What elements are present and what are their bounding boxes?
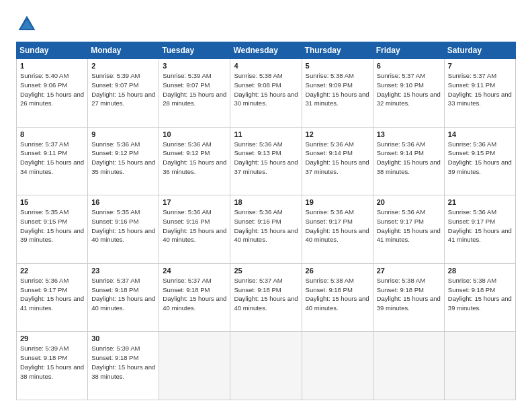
sunset-label: Sunset: 9:18 PM [377, 286, 424, 293]
day-cell-17: 17 Sunrise: 5:36 AM Sunset: 9:16 PM Dayl… [159, 195, 230, 264]
day-cell-5: 5 Sunrise: 5:38 AM Sunset: 9:09 PM Dayli… [302, 59, 373, 128]
day-number: 16 [91, 198, 155, 206]
sunset-label: Sunset: 9:11 PM [20, 149, 67, 156]
sunset-label: Sunset: 9:18 PM [306, 286, 353, 293]
daylight-label: Daylight: 15 hours and 34 minutes. [20, 158, 84, 175]
weekday-header-friday: Friday [373, 42, 444, 59]
weekday-header-sunday: Sunday [17, 42, 88, 59]
daylight-label: Daylight: 15 hours and 40 minutes. [91, 227, 155, 244]
sunset-label: Sunset: 9:06 PM [20, 81, 67, 89]
day-info: Sunrise: 5:37 AM Sunset: 9:18 PM Dayligh… [234, 276, 298, 313]
day-cell-23: 23 Sunrise: 5:37 AM Sunset: 9:18 PM Dayl… [88, 263, 159, 332]
sunrise-label: Sunrise: 5:36 AM [163, 140, 211, 148]
daylight-label: Daylight: 15 hours and 33 minutes. [448, 91, 512, 107]
sunrise-label: Sunrise: 5:40 AM [20, 72, 69, 79]
sunrise-label: Sunrise: 5:37 AM [377, 72, 425, 79]
day-info: Sunrise: 5:36 AM Sunset: 9:14 PM Dayligh… [306, 140, 369, 177]
day-cell-20: 20 Sunrise: 5:36 AM Sunset: 9:17 PM Dayl… [373, 195, 444, 264]
sunrise-label: Sunrise: 5:39 AM [91, 72, 140, 79]
day-cell-19: 19 Sunrise: 5:36 AM Sunset: 9:17 PM Dayl… [302, 195, 373, 264]
day-cell-26: 26 Sunrise: 5:38 AM Sunset: 9:18 PM Dayl… [302, 263, 373, 332]
day-info: Sunrise: 5:36 AM Sunset: 9:17 PM Dayligh… [377, 208, 441, 244]
sunrise-label: Sunrise: 5:35 AM [91, 208, 140, 216]
day-number: 28 [448, 267, 512, 275]
day-info: Sunrise: 5:37 AM Sunset: 9:11 PM Dayligh… [448, 71, 512, 108]
day-number: 30 [91, 334, 155, 342]
day-info: Sunrise: 5:39 AM Sunset: 9:07 PM Dayligh… [91, 71, 155, 108]
day-cell-10: 10 Sunrise: 5:36 AM Sunset: 9:12 PM Dayl… [159, 127, 230, 195]
calendar: SundayMondayTuesdayWednesdayThursdayFrid… [16, 42, 516, 400]
sunset-label: Sunset: 9:17 PM [20, 286, 67, 293]
day-info: Sunrise: 5:36 AM Sunset: 9:14 PM Dayligh… [377, 140, 441, 177]
sunset-label: Sunset: 9:18 PM [20, 354, 67, 361]
sunset-label: Sunset: 9:10 PM [377, 81, 424, 89]
sunrise-label: Sunrise: 5:39 AM [20, 345, 69, 352]
sunset-label: Sunset: 9:11 PM [448, 81, 495, 89]
sunset-label: Sunset: 9:18 PM [91, 286, 138, 293]
sunset-label: Sunset: 9:17 PM [306, 218, 353, 225]
day-info: Sunrise: 5:35 AM Sunset: 9:15 PM Dayligh… [20, 208, 84, 244]
sunrise-label: Sunrise: 5:35 AM [20, 208, 69, 216]
sunrise-label: Sunrise: 5:38 AM [377, 277, 425, 284]
day-info: Sunrise: 5:36 AM Sunset: 9:12 PM Dayligh… [91, 140, 155, 177]
day-cell-12: 12 Sunrise: 5:36 AM Sunset: 9:14 PM Dayl… [302, 127, 373, 195]
day-number: 3 [163, 62, 226, 70]
day-number: 1 [20, 62, 84, 70]
day-info: Sunrise: 5:36 AM Sunset: 9:16 PM Dayligh… [234, 208, 298, 244]
day-number: 29 [20, 334, 84, 342]
sunset-label: Sunset: 9:18 PM [91, 354, 138, 361]
empty-cell [373, 332, 444, 400]
daylight-label: Daylight: 15 hours and 36 minutes. [163, 158, 226, 175]
daylight-label: Daylight: 15 hours and 39 minutes. [377, 295, 441, 312]
day-info: Sunrise: 5:36 AM Sunset: 9:17 PM Dayligh… [448, 208, 512, 244]
sunrise-label: Sunrise: 5:37 AM [91, 277, 140, 284]
day-cell-16: 16 Sunrise: 5:35 AM Sunset: 9:16 PM Dayl… [88, 195, 159, 264]
day-info: Sunrise: 5:37 AM Sunset: 9:10 PM Dayligh… [377, 71, 441, 108]
sunset-label: Sunset: 9:14 PM [377, 149, 424, 156]
day-info: Sunrise: 5:36 AM Sunset: 9:16 PM Dayligh… [163, 208, 226, 244]
day-cell-6: 6 Sunrise: 5:37 AM Sunset: 9:10 PM Dayli… [373, 59, 444, 128]
sunset-label: Sunset: 9:09 PM [306, 81, 353, 89]
weekday-header-saturday: Saturday [444, 42, 515, 59]
day-cell-1: 1 Sunrise: 5:40 AM Sunset: 9:06 PM Dayli… [17, 59, 88, 128]
weekday-header-thursday: Thursday [302, 42, 373, 59]
day-info: Sunrise: 5:38 AM Sunset: 9:18 PM Dayligh… [448, 276, 512, 313]
sunrise-label: Sunrise: 5:36 AM [234, 140, 282, 148]
sunset-label: Sunset: 9:18 PM [234, 286, 281, 293]
day-info: Sunrise: 5:36 AM Sunset: 9:17 PM Dayligh… [20, 276, 84, 313]
day-info: Sunrise: 5:39 AM Sunset: 9:18 PM Dayligh… [91, 344, 155, 381]
daylight-label: Daylight: 15 hours and 38 minutes. [377, 158, 441, 175]
day-number: 18 [234, 198, 298, 206]
sunrise-label: Sunrise: 5:36 AM [448, 208, 496, 216]
day-cell-4: 4 Sunrise: 5:38 AM Sunset: 9:08 PM Dayli… [230, 59, 302, 128]
sunrise-label: Sunrise: 5:37 AM [163, 277, 211, 284]
day-number: 12 [306, 130, 369, 138]
sunset-label: Sunset: 9:07 PM [163, 81, 210, 89]
daylight-label: Daylight: 15 hours and 39 minutes. [448, 158, 512, 175]
daylight-label: Daylight: 15 hours and 40 minutes. [163, 227, 226, 244]
empty-cell [302, 332, 373, 400]
day-number: 10 [163, 130, 226, 138]
daylight-label: Daylight: 15 hours and 40 minutes. [234, 295, 298, 312]
day-number: 15 [20, 198, 84, 206]
logo [16, 13, 40, 35]
daylight-label: Daylight: 15 hours and 37 minutes. [306, 158, 369, 175]
day-cell-22: 22 Sunrise: 5:36 AM Sunset: 9:17 PM Dayl… [17, 263, 88, 332]
day-number: 24 [163, 267, 226, 275]
day-info: Sunrise: 5:36 AM Sunset: 9:12 PM Dayligh… [163, 140, 226, 177]
sunrise-label: Sunrise: 5:38 AM [306, 277, 354, 284]
day-info: Sunrise: 5:36 AM Sunset: 9:17 PM Dayligh… [306, 208, 369, 244]
sunset-label: Sunset: 9:16 PM [234, 218, 281, 225]
daylight-label: Daylight: 15 hours and 35 minutes. [91, 158, 155, 175]
day-info: Sunrise: 5:35 AM Sunset: 9:16 PM Dayligh… [91, 208, 155, 244]
sunset-label: Sunset: 9:07 PM [91, 81, 138, 89]
daylight-label: Daylight: 15 hours and 40 minutes. [234, 227, 298, 244]
day-number: 21 [448, 198, 512, 206]
daylight-label: Daylight: 15 hours and 37 minutes. [234, 158, 298, 175]
day-number: 6 [377, 62, 441, 70]
day-number: 22 [20, 267, 84, 275]
weekday-header-monday: Monday [88, 42, 159, 59]
day-number: 27 [377, 267, 441, 275]
sunrise-label: Sunrise: 5:36 AM [234, 208, 282, 216]
sunset-label: Sunset: 9:15 PM [448, 149, 495, 156]
